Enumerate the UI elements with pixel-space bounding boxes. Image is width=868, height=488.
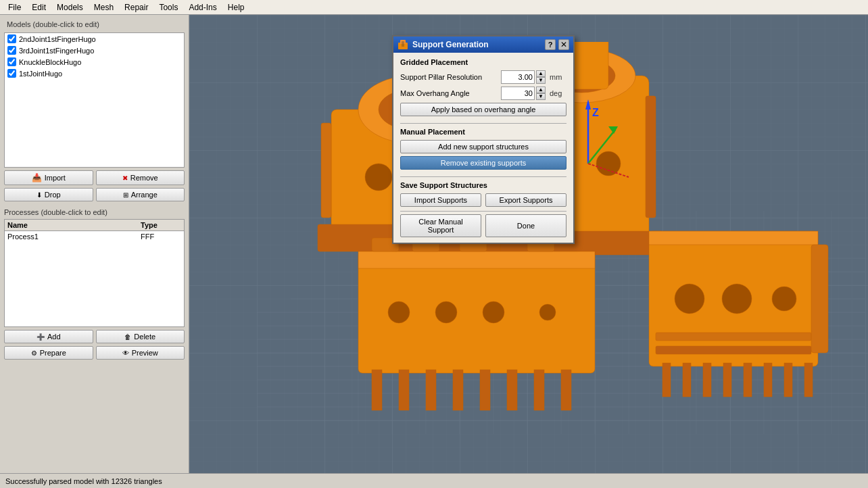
arrange-icon	[123, 191, 128, 199]
import-icon	[32, 173, 42, 182]
max-overhang-unit: deg	[550, 89, 566, 97]
processes-col-type: Type	[141, 221, 181, 229]
add-icon	[37, 333, 45, 341]
menu-bar: File Edit Models Mesh Repair Tools Add-I…	[0, 0, 868, 15]
dialog-close-button[interactable]: ✕	[558, 39, 569, 50]
svg-point-73	[772, 287, 796, 311]
proc-btn-row-1: Add Delete	[4, 330, 185, 343]
clear-manual-button[interactable]: Clear Manual Support	[400, 214, 481, 237]
add-button[interactable]: Add	[4, 330, 93, 343]
left-panel: Models (double-click to edit) 2ndJoint1s…	[0, 15, 189, 473]
support-generation-dialog: Support Generation ? ✕ Gridded Placement…	[392, 35, 575, 244]
proc-btn-row-2: Prepare Preview	[4, 346, 185, 360]
menu-help[interactable]: Help	[222, 1, 250, 14]
model-checkbox-3[interactable]	[7, 69, 16, 78]
svg-rect-81	[744, 363, 752, 397]
drop-button[interactable]: Drop	[4, 188, 93, 201]
prepare-icon	[31, 349, 37, 357]
arrange-button[interactable]: Arrange	[96, 188, 185, 201]
model-item: 3rdJoint1stFingerHugo	[5, 45, 184, 56]
model-checkbox-2[interactable]	[7, 57, 16, 66]
model-label-2: KnuckleBlockHugo	[19, 58, 81, 66]
support-pillar-down[interactable]: ▼	[536, 77, 546, 84]
add-label: Add	[47, 333, 61, 341]
svg-rect-84	[804, 363, 813, 397]
model-checkbox-0[interactable]	[7, 34, 16, 43]
prepare-button[interactable]: Prepare	[4, 346, 93, 360]
status-text: Successfully parsed model with 12326 tri…	[5, 477, 162, 485]
done-button[interactable]: Done	[485, 214, 566, 237]
svg-point-58	[435, 301, 457, 323]
model-item: 2ndJoint1stFingerHugo	[5, 33, 184, 45]
model-label-1: 3rdJoint1stFingerHugo	[19, 47, 94, 55]
processes-col-name: Name	[7, 221, 141, 229]
processes-header: Name Type	[5, 220, 184, 231]
arrange-label: Arrange	[131, 191, 158, 199]
dialog-icon	[397, 39, 408, 50]
model-checkbox-1[interactable]	[7, 46, 16, 55]
divider-2	[400, 176, 566, 177]
svg-rect-75	[656, 346, 811, 354]
menu-edit[interactable]: Edit	[26, 1, 51, 14]
svg-rect-61	[372, 370, 382, 410]
model-label-3: 1stJointHugo	[19, 70, 62, 78]
import-supports-button[interactable]: Import Supports	[400, 193, 481, 207]
dialog-help-button[interactable]: ?	[545, 39, 556, 50]
support-pillar-up[interactable]: ▲	[536, 70, 546, 77]
svg-rect-83	[784, 363, 792, 397]
preview-button[interactable]: Preview	[96, 346, 185, 360]
svg-rect-93	[402, 41, 404, 47]
process-type-0: FFF	[141, 233, 181, 241]
menu-file[interactable]: File	[3, 1, 26, 14]
svg-rect-67	[534, 370, 544, 410]
gridded-placement-label: Gridded Placement	[400, 58, 566, 66]
svg-point-39	[365, 164, 392, 191]
models-btn-row-2: Drop Arrange	[4, 188, 185, 201]
apply-overhang-button[interactable]: Apply based on overhang angle	[400, 103, 566, 116]
svg-rect-82	[764, 363, 772, 397]
menu-repair[interactable]: Repair	[119, 1, 153, 14]
menu-addins[interactable]: Add-Ins	[183, 1, 222, 14]
support-pillar-row: Support Pillar Resolution ▲ ▼ mm	[400, 70, 566, 84]
add-support-button[interactable]: Add new support structures	[400, 140, 566, 153]
support-pillar-unit: mm	[550, 73, 566, 81]
menu-tools[interactable]: Tools	[153, 1, 183, 14]
svg-point-59	[483, 301, 504, 323]
export-supports-button[interactable]: Export Supports	[485, 193, 566, 207]
model-label-0: 2ndJoint1stFingerHugo	[19, 35, 96, 43]
max-overhang-down[interactable]: ▼	[536, 93, 546, 100]
remove-support-button[interactable]: Remove existing supports	[400, 156, 566, 170]
svg-rect-70	[649, 231, 818, 245]
svg-rect-77	[662, 363, 671, 397]
dialog-content: Gridded Placement Support Pillar Resolut…	[393, 53, 573, 243]
import-button[interactable]: Import	[4, 170, 93, 185]
remove-icon	[122, 174, 128, 182]
support-pillar-input[interactable]	[501, 70, 535, 84]
svg-rect-63	[426, 370, 436, 410]
menu-mesh[interactable]: Mesh	[89, 1, 119, 14]
svg-rect-76	[811, 245, 828, 353]
models-section-title: Models (double-click to edit)	[4, 19, 185, 30]
main-layout: Models (double-click to edit) 2ndJoint1s…	[0, 15, 868, 473]
support-pillar-input-group: ▲ ▼ mm	[501, 70, 566, 84]
svg-rect-74	[656, 333, 811, 341]
save-section-label: Save Support Structures	[400, 181, 566, 189]
max-overhang-row: Max Overhang Angle ▲ ▼ deg	[400, 87, 566, 100]
models-btn-row-1: Import Remove	[4, 170, 185, 185]
drop-label: Drop	[45, 191, 61, 199]
max-overhang-spinners: ▲ ▼	[536, 87, 546, 100]
dialog-title: Support Generation	[412, 40, 545, 49]
menu-models[interactable]: Models	[51, 1, 89, 14]
svg-rect-68	[561, 370, 571, 410]
remove-button[interactable]: Remove	[96, 170, 185, 185]
import-label: Import	[45, 174, 66, 182]
max-overhang-input[interactable]	[501, 87, 535, 100]
svg-point-48	[596, 151, 621, 176]
drop-icon	[37, 191, 42, 199]
model-item: 1stJointHugo	[5, 68, 184, 79]
processes-title: Processes (double-click to edit)	[4, 208, 185, 216]
max-overhang-up[interactable]: ▲	[536, 87, 546, 93]
process-name-0: Process1	[7, 233, 141, 241]
delete-button[interactable]: Delete	[96, 330, 185, 343]
viewport[interactable]: Z Support Generation	[189, 15, 868, 473]
